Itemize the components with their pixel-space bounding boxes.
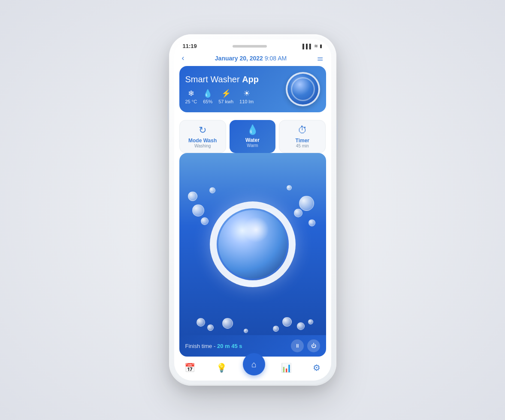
bubble xyxy=(222,318,233,329)
status-bar: 11:19 ▌▌▌ ≋ ▮ xyxy=(174,39,331,51)
status-time: 11:19 xyxy=(183,43,197,49)
nav-calendar[interactable]: 📅 xyxy=(179,361,200,375)
bubble xyxy=(244,329,248,333)
power-button xyxy=(336,120,338,150)
phone-shell: 11:19 ▌▌▌ ≋ ▮ ‹ January 20, 2022 9:08 AM… xyxy=(169,34,336,386)
battery-icon: ▮ xyxy=(320,43,322,49)
banner-title-light: Smart Washer xyxy=(185,75,240,84)
bubble xyxy=(207,324,214,331)
wifi-icon: ≋ xyxy=(314,43,318,49)
bubble xyxy=(197,318,205,327)
power-icon: ⏻ xyxy=(311,343,316,349)
lightning-icon: ⚡ xyxy=(221,89,231,98)
stat-light: ☀ 110 lm xyxy=(239,89,254,104)
stat-humidity: 💧 65% xyxy=(203,89,212,104)
bubble xyxy=(282,317,292,327)
timer-label: Timer xyxy=(296,138,309,144)
lightbulb-icon: 💡 xyxy=(216,363,227,373)
timer-icon: ⏱ xyxy=(298,125,307,136)
pause-button[interactable]: ⏸ xyxy=(291,339,304,352)
status-icons: ▌▌▌ ≋ ▮ xyxy=(302,43,322,49)
snowflake-icon: ❄ xyxy=(188,89,194,98)
volume-button xyxy=(167,103,169,120)
nav-home[interactable]: ⌂ xyxy=(243,353,265,375)
finish-time: 20 m 45 s xyxy=(217,343,242,349)
bubble xyxy=(308,319,313,324)
nav-settings[interactable]: ⚙ xyxy=(308,361,326,375)
energy-value: 57 kwh xyxy=(218,99,233,104)
stat-temperature: ❄ 25 °C xyxy=(185,89,197,104)
finish-controls: ⏸ ⏻ xyxy=(291,339,320,352)
timer-button[interactable]: ⏱ Timer 45 min xyxy=(279,120,326,153)
water-icon: 💧 xyxy=(247,124,258,135)
drum-circle xyxy=(210,201,296,287)
washer-banner: Smart Washer App ❄ 25 °C 💧 65% ⚡ 57 kwh xyxy=(179,66,326,112)
bubble xyxy=(297,322,305,330)
banner-text: Smart Washer App ❄ 25 °C 💧 65% ⚡ 57 kwh xyxy=(185,75,281,104)
sun-icon: ☀ xyxy=(243,89,250,98)
settings-icon: ⚙ xyxy=(313,363,321,373)
finish-prefix: Finish time - xyxy=(185,343,216,349)
mode-row: ↻ Mode Wash Washing 💧 Water Warm ⏱ Timer… xyxy=(179,120,326,153)
calendar-icon: 📅 xyxy=(184,363,195,373)
light-value: 110 lm xyxy=(239,99,254,104)
pause-icon: ⏸ xyxy=(295,343,300,349)
status-notch xyxy=(233,45,267,48)
bubble xyxy=(273,326,279,332)
water-button[interactable]: 💧 Water Warm xyxy=(230,120,275,153)
humidity-value: 65% xyxy=(203,99,212,104)
water-label: Water xyxy=(245,137,260,143)
header-date: January 20, 2022 9:08 AM xyxy=(215,55,287,62)
banner-title-bold: App xyxy=(242,75,259,84)
temp-value: 25 °C xyxy=(185,99,197,104)
mode-wash-button[interactable]: ↻ Mode Wash Washing xyxy=(179,120,226,153)
water-sub: Warm xyxy=(247,143,258,148)
mode-wash-sub: Washing xyxy=(194,144,211,148)
bubble xyxy=(299,196,314,211)
phone-screen: 11:19 ▌▌▌ ≋ ▮ ‹ January 20, 2022 9:08 AM… xyxy=(174,39,331,381)
bubble xyxy=(308,219,315,226)
bubble xyxy=(201,217,209,225)
signal-icon: ▌▌▌ xyxy=(302,44,312,49)
nav-tips[interactable]: 💡 xyxy=(211,361,232,375)
header-nav: ‹ January 20, 2022 9:08 AM ⚌ xyxy=(174,51,331,66)
bubble xyxy=(192,204,204,216)
stat-energy: ⚡ 57 kwh xyxy=(218,89,233,104)
back-button[interactable]: ‹ xyxy=(182,54,184,63)
wash-mode-icon: ↻ xyxy=(199,125,206,136)
wash-animation-area xyxy=(179,153,326,335)
drop-icon: 💧 xyxy=(203,89,212,98)
bottom-nav: 📅 💡 ⌂ 📊 ⚙ xyxy=(174,357,331,381)
filter-icon[interactable]: ⚌ xyxy=(317,54,323,62)
finish-text: Finish time - 20 m 45 s xyxy=(185,343,287,349)
bubble xyxy=(188,192,197,201)
banner-title: Smart Washer App xyxy=(185,75,281,84)
bubble xyxy=(287,185,292,190)
nav-stats[interactable]: 📊 xyxy=(276,361,297,375)
mode-wash-label: Mode Wash xyxy=(188,138,217,144)
banner-stats: ❄ 25 °C 💧 65% ⚡ 57 kwh ☀ 110 lm xyxy=(185,89,281,104)
bubble xyxy=(294,209,302,217)
home-icon: ⌂ xyxy=(251,360,257,369)
timer-sub: 45 min xyxy=(296,144,309,148)
bubble xyxy=(209,187,215,193)
washer-thumbnail xyxy=(286,72,320,106)
power-cycle-button[interactable]: ⏻ xyxy=(307,339,320,352)
chart-icon: 📊 xyxy=(281,363,292,373)
